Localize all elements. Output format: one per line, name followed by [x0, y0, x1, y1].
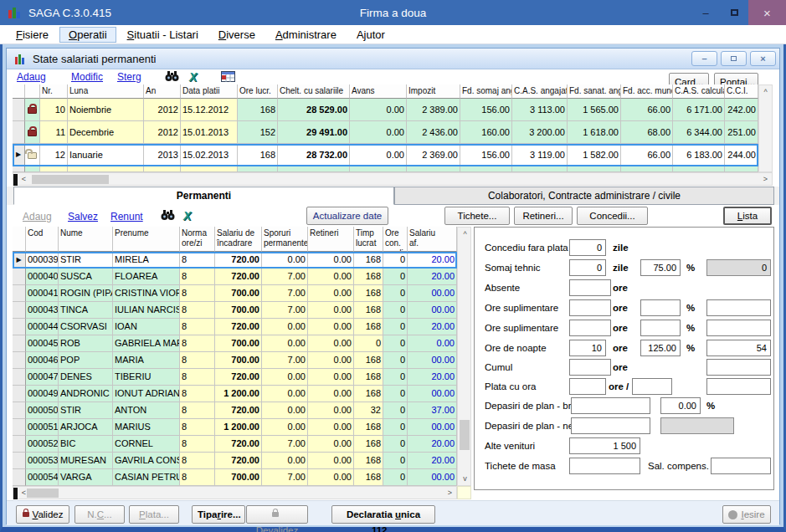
column-header[interactable]: C.C.I. [725, 84, 758, 99]
cell[interactable]: 0 [354, 335, 383, 352]
validez-button[interactable]: Validez [16, 505, 69, 524]
cell[interactable]: 20.00 [408, 436, 457, 453]
cell[interactable]: 8 [180, 285, 215, 302]
column-header[interactable]: Nume [59, 227, 113, 252]
cell[interactable]: 8 [180, 453, 215, 469]
table-row[interactable]: 000040SUSCAFLOAREA8720.007.000.00168020.… [13, 269, 457, 285]
cell[interactable]: 0.00 [308, 436, 354, 453]
cell[interactable]: 00.00 [408, 469, 457, 486]
cell[interactable]: 6 171.00 [673, 99, 725, 121]
search-icon[interactable] [161, 209, 175, 224]
cell[interactable]: 6 183.00 [673, 144, 725, 166]
cell[interactable]: 20.00 [408, 319, 457, 335]
cell[interactable]: 00.00 [408, 352, 457, 369]
scroll-right-icon[interactable]: > [759, 173, 772, 185]
states-vertical-scrollbar[interactable]: ^ [758, 84, 773, 172]
tichete-de-masa-field[interactable] [569, 458, 640, 474]
ore-suplimentare-1-suma-field[interactable] [706, 299, 771, 316]
cell[interactable]: GAVRILA CONS [113, 453, 180, 469]
cell[interactable]: 0 [383, 419, 408, 436]
cell[interactable]: 0.00 [262, 369, 308, 386]
cell[interactable]: 000049 [26, 386, 59, 402]
table-row[interactable]: 000051ARJOCAMARIUS81 200.000.000.0016800… [13, 419, 457, 436]
column-header[interactable] [13, 84, 25, 99]
tichete--button[interactable]: Tichete... [444, 207, 510, 225]
cell[interactable]: 244.00 [725, 144, 758, 166]
column-header[interactable]: Prenume [113, 227, 180, 252]
column-header[interactable]: Impozit [407, 84, 460, 99]
table-row[interactable]: 000045ROBGABRIELA MAR8700.000.000.00000.… [13, 335, 457, 352]
cell[interactable]: 15.01.2013 [181, 121, 238, 144]
depasiri-plan-brut-field[interactable] [571, 397, 650, 414]
maximize-button[interactable] [720, 0, 748, 25]
cell[interactable]: 7.00 [262, 436, 308, 453]
column-header[interactable]: Sporuri permanente [262, 227, 308, 252]
cell[interactable]: 20.00 [408, 252, 457, 269]
cell[interactable]: 20.00 [408, 269, 457, 285]
cell[interactable]: 720.00 [215, 319, 262, 335]
ore-suplimentare-2-field[interactable] [569, 320, 611, 336]
close-button[interactable]: × [748, 0, 786, 25]
cell[interactable]: MARIUS [113, 419, 180, 436]
cell[interactable]: 700.00 [215, 302, 262, 319]
table-row[interactable]: 000047DENESTIBERIU8720.000.000.00168020.… [13, 369, 457, 386]
ore-de-noapte-procent-field[interactable]: 125.00 [640, 340, 681, 356]
depasiri-plan-brut-procent-field[interactable]: 0.00 [660, 397, 701, 414]
cell[interactable]: 8 [180, 269, 215, 285]
cell[interactable]: 28 732.00 [278, 144, 350, 166]
lista-button[interactable]: Lista [723, 207, 772, 225]
ore-suplimentare-2-procent-field[interactable] [640, 320, 681, 336]
cell[interactable]: 10 [40, 99, 68, 121]
cell[interactable]: 3 200.00 [512, 121, 568, 144]
cell[interactable]: CASIAN PETRU [113, 469, 180, 486]
cell[interactable]: 0.00 [262, 402, 308, 419]
cell[interactable]: 0.00 [350, 144, 407, 166]
cell[interactable]: 8 [180, 419, 215, 436]
cell[interactable]: GABRIELA MAR [113, 335, 180, 352]
cell[interactable]: DENES [59, 369, 113, 386]
cell[interactable]: 000039 [26, 252, 59, 269]
employees-vertical-scrollbar[interactable]: ^ v [457, 227, 471, 486]
cell[interactable]: 7.00 [262, 285, 308, 302]
cell[interactable]: 168 [354, 436, 383, 453]
tab-permanenti[interactable]: Permanenti [13, 187, 394, 205]
renunt-link[interactable]: Renunt [110, 211, 143, 223]
plata-cu-ora-field[interactable] [569, 378, 606, 395]
menu-item-ajutor[interactable]: Ajutor [347, 27, 394, 43]
column-header[interactable]: Data platii [181, 84, 238, 99]
cell[interactable]: 8 [180, 402, 215, 419]
cell[interactable]: 0.00 [350, 99, 407, 121]
cell[interactable]: 720.00 [215, 453, 262, 469]
cell[interactable]: 168 [354, 469, 383, 486]
cell[interactable]: 28 529.00 [278, 99, 350, 121]
cell[interactable]: 1 582.00 [568, 144, 621, 166]
cell[interactable]: 168 [354, 419, 383, 436]
cell[interactable]: 0.00 [408, 335, 457, 352]
cell[interactable]: 66.00 [621, 99, 673, 121]
cell[interactable]: 6 344.00 [673, 121, 725, 144]
cell[interactable]: VARGA [59, 469, 113, 486]
cell[interactable]: 3 113.00 [512, 99, 568, 121]
column-header[interactable]: Chelt. cu salariile [278, 84, 350, 99]
cell[interactable]: 0.00 [308, 469, 354, 486]
cell[interactable]: 000046 [26, 352, 59, 369]
cell[interactable]: 0 [383, 352, 408, 369]
cell[interactable]: 7.00 [262, 269, 308, 285]
cell[interactable]: ROB [59, 335, 113, 352]
cell[interactable]: Ianuarie [68, 144, 144, 166]
concediu-fara-plata-field[interactable]: 0 [569, 239, 606, 256]
adaug-link[interactable]: Adaug [23, 211, 52, 223]
ore-de-noapte-field[interactable]: 10 [569, 340, 606, 356]
cell[interactable]: 0.00 [262, 453, 308, 469]
cell[interactable]: 2013 [144, 144, 181, 166]
table-row[interactable]: ▶12Ianuarie201315.02.201316828 732.000.0… [13, 144, 758, 166]
cell[interactable]: 0.00 [308, 285, 354, 302]
modific-link[interactable]: Modific [71, 71, 103, 83]
cell[interactable]: 000044 [26, 319, 59, 335]
cell[interactable]: 168 [354, 302, 383, 319]
cell[interactable]: SUSCA [59, 269, 113, 285]
cell[interactable]: BIC [59, 436, 113, 453]
cell[interactable]: 0 [383, 386, 408, 402]
scroll-left-icon[interactable]: < [18, 173, 30, 185]
tiparire-button[interactable]: Tiparire... [192, 505, 245, 524]
